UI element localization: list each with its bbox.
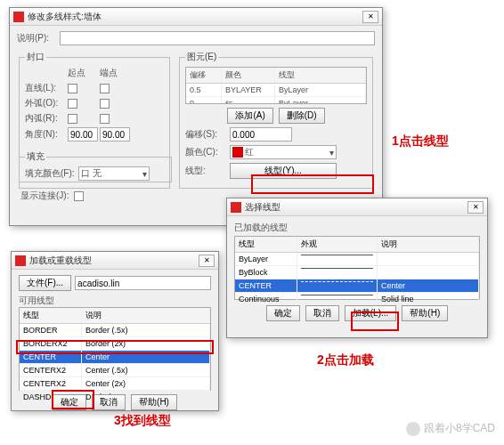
dlg2-title: 选择线型 xyxy=(245,201,466,214)
showjoin-check[interactable] xyxy=(74,191,84,201)
app-icon xyxy=(15,255,26,266)
hdr-color: 颜色 xyxy=(222,68,275,83)
row-outer: 外弧(O): xyxy=(25,97,68,109)
filename-input[interactable] xyxy=(75,276,211,290)
angle-end-input[interactable] xyxy=(100,127,130,142)
watermark: 跟着小8学CAD xyxy=(406,421,495,436)
lt-row[interactable]: ContinuousSolid line xyxy=(235,293,479,306)
fillcolor-label: 填充颜色(F): xyxy=(25,167,78,180)
line-start-check[interactable] xyxy=(68,84,77,93)
lt-row[interactable]: BORDERX2Border (2x) xyxy=(20,337,210,351)
cancel-button[interactable]: 取消 xyxy=(305,305,339,321)
close-icon[interactable]: ✕ xyxy=(467,201,484,214)
desc-label: 说明(P): xyxy=(17,32,60,44)
elem-row[interactable]: 0.5 BYLAYER ByLayer xyxy=(186,84,366,97)
desc-input[interactable] xyxy=(60,31,375,45)
color-label: 颜色(C): xyxy=(185,146,230,158)
file-button[interactable]: 文件(F)... xyxy=(19,275,71,291)
add-button[interactable]: 添加(A) xyxy=(227,108,272,124)
showjoin-label: 显示连接(J): xyxy=(20,190,74,202)
hdr-lt: 线型 xyxy=(235,237,297,252)
linetype-button[interactable]: 线型(Y)... xyxy=(230,163,337,179)
col-start: 起点 xyxy=(68,67,100,79)
fillcolor-select[interactable]: 口 无▾ xyxy=(78,166,150,181)
hdr-lt: 线型 xyxy=(275,68,366,83)
cancel-button[interactable]: 取消 xyxy=(92,394,126,410)
offset-input[interactable] xyxy=(230,127,292,142)
hdr-lt: 线型 xyxy=(20,308,82,323)
wechat-icon xyxy=(406,422,420,436)
hdr-offset: 偏移 xyxy=(186,68,222,83)
dlg1-title: 修改多线样式:墙体 xyxy=(28,11,361,23)
angle-start-input[interactable] xyxy=(68,127,98,142)
elem-row[interactable]: 0 红 ByLayer xyxy=(186,97,366,104)
close-icon[interactable]: ✕ xyxy=(362,11,378,23)
hdr-desc: 说明 xyxy=(82,308,210,323)
inner-end-check[interactable] xyxy=(100,114,110,124)
line-end-check[interactable] xyxy=(100,84,110,93)
lt-label: 线型: xyxy=(185,165,230,177)
row-line: 直线(L): xyxy=(25,82,68,94)
lt-row[interactable]: ByBlock xyxy=(235,266,479,279)
hdr-desc: 说明 xyxy=(378,237,479,252)
callout-2: 2点击加载 xyxy=(317,352,374,368)
offset-label: 偏移(S): xyxy=(185,128,230,141)
row-inner: 内弧(R): xyxy=(25,112,68,125)
lt-row-selected[interactable]: CENTERCenter xyxy=(235,279,479,293)
lt-row[interactable]: CENTERX2Center (.5x) xyxy=(20,364,210,377)
ok-button[interactable]: 确定 xyxy=(266,305,300,321)
hdr-look: 外观 xyxy=(297,237,378,252)
fill-legend: 填充 xyxy=(25,150,46,163)
close-icon[interactable]: ✕ xyxy=(199,255,215,267)
lt-row[interactable]: BORDERBorder (.5x) xyxy=(20,324,210,337)
row-angle: 角度(N): xyxy=(25,128,68,141)
outer-start-check[interactable] xyxy=(68,99,77,109)
avail-label: 可用线型 xyxy=(19,295,211,307)
app-icon xyxy=(13,12,24,22)
help-button[interactable]: 帮助(H) xyxy=(402,305,448,321)
help-button[interactable]: 帮助(H) xyxy=(131,394,177,410)
load-button[interactable]: 加载(L)... xyxy=(345,305,397,321)
inner-start-check[interactable] xyxy=(68,114,77,124)
outer-end-check[interactable] xyxy=(100,99,110,109)
col-end: 端点 xyxy=(100,67,132,79)
callout-1: 1点击线型 xyxy=(392,134,449,150)
dlg3-title: 加载或重载线型 xyxy=(29,255,197,267)
lt-row[interactable]: ByLayer xyxy=(235,253,479,266)
elem-legend: 图元(E) xyxy=(185,51,218,63)
cap-legend: 封口 xyxy=(25,51,46,63)
lt-row[interactable]: CENTERX2Center (2x) xyxy=(20,377,210,391)
color-select[interactable]: 红▾ xyxy=(230,145,337,159)
lt-row-selected[interactable]: CENTERCenter xyxy=(20,351,210,364)
delete-button[interactable]: 删除(D) xyxy=(279,108,325,124)
callout-3: 3找到线型 xyxy=(114,413,171,429)
loaded-label: 已加载的线型 xyxy=(234,222,480,234)
ok-button[interactable]: 确定 xyxy=(53,394,86,410)
app-icon xyxy=(231,202,241,213)
